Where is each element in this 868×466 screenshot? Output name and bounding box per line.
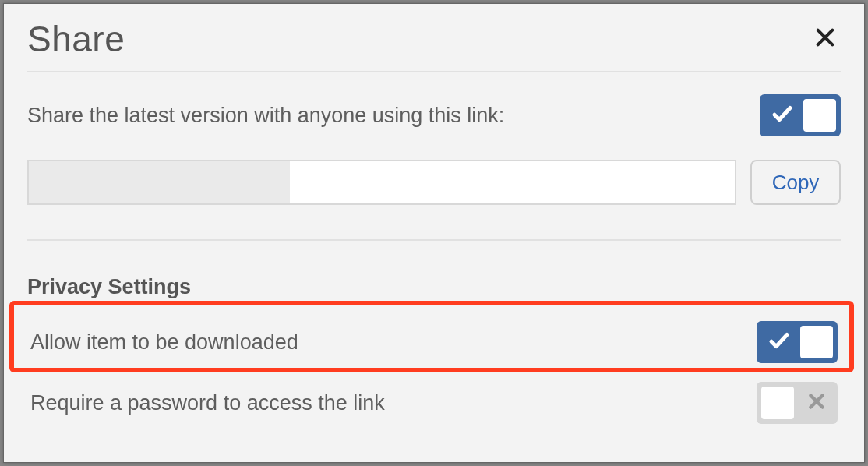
- require-password-row: Require a password to access the link: [27, 372, 841, 433]
- modal-title: Share: [27, 18, 125, 60]
- allow-download-toggle[interactable]: [757, 321, 838, 363]
- link-row: Copy: [27, 160, 841, 241]
- share-link-input[interactable]: [27, 160, 736, 205]
- close-icon[interactable]: [814, 25, 841, 53]
- modal-header: Share: [27, 4, 841, 72]
- privacy-settings-heading: Privacy Settings: [27, 275, 841, 299]
- share-modal: Share Share the latest version with anyo…: [3, 3, 865, 463]
- share-link-toggle[interactable]: [760, 94, 841, 136]
- copy-button-label: Copy: [772, 171, 820, 195]
- share-link-label: Share the latest version with anyone usi…: [27, 104, 504, 128]
- allow-download-label: Allow item to be downloaded: [30, 330, 298, 355]
- allow-download-row: Allow item to be downloaded: [27, 312, 841, 372]
- check-icon: [771, 102, 794, 129]
- toggle-knob: [803, 99, 836, 132]
- x-icon: [806, 391, 827, 415]
- toggle-knob: [800, 326, 833, 358]
- toggle-knob: [761, 387, 794, 419]
- share-link-row: Share the latest version with anyone usi…: [27, 72, 841, 136]
- check-icon: [767, 329, 791, 355]
- link-masked-portion: [29, 161, 290, 203]
- require-password-label: Require a password to access the link: [30, 391, 385, 415]
- copy-button[interactable]: Copy: [750, 160, 841, 205]
- require-password-toggle[interactable]: [757, 382, 838, 424]
